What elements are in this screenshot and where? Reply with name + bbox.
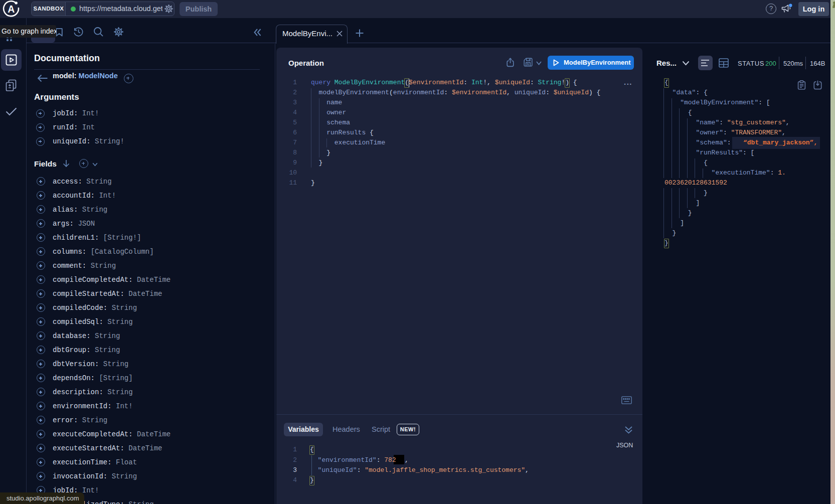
- svg-text:A: A: [8, 4, 15, 15]
